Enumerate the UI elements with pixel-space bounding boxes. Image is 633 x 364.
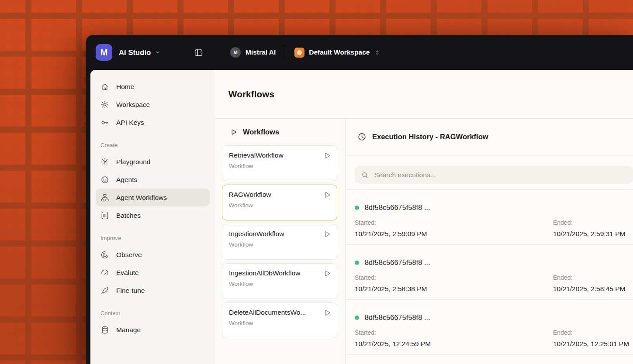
- sidebar-item-observe[interactable]: Observe: [96, 246, 210, 264]
- status-success-dot: [355, 316, 359, 320]
- gear-icon: [100, 100, 109, 109]
- sidebar-item-label: Batches: [116, 212, 141, 220]
- sidebar-item-playground[interactable]: Playground: [96, 153, 210, 171]
- execution-row[interactable]: 8df58c56675f58f8 ... Started: 10/21/2025…: [346, 299, 633, 354]
- search-icon: [361, 171, 369, 179]
- sidebar-item-workspace[interactable]: Workspace: [96, 96, 210, 113]
- topbar-divider: [285, 47, 285, 58]
- started-label: Started:: [355, 274, 553, 281]
- sidebar-item-agent-workflows[interactable]: Agent Workflows: [96, 189, 210, 206]
- started-label: Started:: [355, 329, 553, 336]
- run-workflow-button[interactable]: [323, 191, 331, 199]
- run-workflow-button[interactable]: [323, 230, 331, 238]
- ended-column: Ended: 10/21/2025, 2:59:31 PM: [553, 219, 633, 238]
- workflow-type: Workflow: [229, 241, 330, 248]
- workflow-tree-icon: [100, 193, 109, 202]
- chevrons-up-down-icon[interactable]: [374, 49, 380, 56]
- execution-times: Started: 10/21/2025, 2:58:38 PM Ended: 1…: [355, 274, 633, 293]
- sidebar-item-manage[interactable]: Manage: [96, 321, 210, 339]
- started-value: 10/21/2025, 2:58:38 PM: [355, 285, 553, 293]
- app-name: AI Studio: [119, 48, 151, 57]
- sidebar-section-context: Context: [100, 310, 205, 316]
- sidebar-item-agents[interactable]: Agents: [96, 171, 210, 189]
- sidebar-item-batches[interactable]: Batches: [96, 206, 210, 224]
- sidebar-item-label: Agent Workflows: [116, 194, 167, 202]
- sidebar-section-create: Create: [100, 142, 205, 148]
- execution-history-header: Execution History - RAGWorkflow: [346, 119, 633, 155]
- run-workflow-button[interactable]: [323, 309, 331, 317]
- execution-id: 8df58c56675f58f8 ...: [365, 314, 430, 322]
- sidebar-item-home[interactable]: Home: [96, 78, 210, 96]
- run-workflow-button[interactable]: [323, 151, 331, 160]
- execution-row[interactable]: 8df58c56675f58f8 ... Started: 10/21/2025…: [346, 244, 633, 299]
- org-avatar-letter: M: [233, 50, 237, 55]
- status-success-dot: [355, 206, 359, 210]
- workflow-card-retrievalworkflow[interactable]: RetrievalWorkflow Workflow: [222, 145, 337, 181]
- database-icon: [100, 326, 109, 334]
- ended-value: 10/21/2025, 12:25:01 PM: [553, 340, 633, 348]
- execution-times: Started: 10/21/2025, 2:59:09 PM Ended: 1…: [355, 219, 633, 238]
- workspace-avatar: [294, 48, 304, 58]
- ai-studio-logo[interactable]: M: [96, 44, 112, 61]
- workflow-name: DeleteAllDocumentsWo...: [229, 309, 330, 316]
- topbar-context: M Mistral AI Default Workspace: [230, 47, 380, 58]
- page-title: Workflows: [228, 89, 274, 100]
- workflow-name: IngestionAllDbWorkflow: [229, 269, 330, 277]
- started-value: 10/21/2025, 12:24:59 PM: [355, 340, 553, 348]
- sidebar-item-label: Evalute: [116, 269, 139, 277]
- main-content: Workflows Workflows RetrievalWorkflow Wo…: [215, 70, 633, 364]
- sidebar-item-label: Playground: [116, 158, 150, 166]
- execution-id-line: 8df58c56675f58f8 ...: [355, 203, 633, 212]
- execution-history-title: Execution History - RAGWorkflow: [372, 133, 488, 141]
- ended-value: 10/21/2025, 2:59:31 PM: [553, 230, 633, 238]
- feather-icon: [100, 286, 109, 295]
- workflow-name: IngestionWorkflow: [229, 230, 330, 238]
- search-section: [346, 155, 633, 189]
- workflow-name: RAGWorkflow: [229, 191, 331, 199]
- workflow-type: Workflow: [229, 202, 331, 209]
- window-body: Home Workspace API Keys Create Playgr: [90, 70, 633, 364]
- execution-id-line: 8df58c56675f58f8 ...: [355, 258, 633, 267]
- started-column: Started: 10/21/2025, 2:59:09 PM: [355, 219, 553, 238]
- sidebar-item-evaluate[interactable]: Evalute: [96, 264, 210, 282]
- sidebar-toggle-icon[interactable]: [194, 48, 203, 57]
- workflow-card-ingestionworkflow[interactable]: IngestionWorkflow Workflow: [222, 224, 337, 260]
- ended-column: Ended: 10/21/2025, 12:25:01 PM: [553, 329, 633, 348]
- workflow-cards: RetrievalWorkflow Workflow RAGWorkflow W…: [215, 145, 346, 338]
- ended-value: 10/21/2025, 2:58:45 PM: [553, 285, 633, 293]
- started-column: Started: 10/21/2025, 12:24:59 PM: [355, 329, 553, 348]
- workflow-type: Workflow: [229, 163, 330, 169]
- execution-id: 8df58c56675f58f8 ...: [365, 259, 430, 267]
- ended-label: Ended:: [553, 219, 633, 226]
- search-executions-bar[interactable]: [355, 166, 633, 184]
- sidebar-item-label: Observe: [116, 251, 142, 259]
- workflow-list-title: Workflows: [243, 128, 279, 136]
- home-icon: [100, 82, 109, 91]
- play-icon: [230, 128, 237, 136]
- page-header: Workflows: [215, 70, 633, 119]
- gauge-icon: [100, 268, 109, 277]
- org-avatar: M: [230, 47, 241, 58]
- workflow-card-ragworkflow[interactable]: RAGWorkflow Workflow: [222, 185, 337, 220]
- execution-id: 8df58c56675f58f8 ...: [365, 204, 430, 212]
- execution-rows: 8df58c56675f58f8 ... Started: 10/21/2025…: [346, 189, 633, 364]
- search-executions-input[interactable]: [374, 171, 627, 179]
- content-row: Workflows RetrievalWorkflow Workflow RAG…: [215, 119, 633, 364]
- sidebar-item-label: Workspace: [116, 101, 150, 109]
- run-workflow-button[interactable]: [323, 269, 331, 278]
- workflow-card-ingestionalldbworkflow[interactable]: IngestionAllDbWorkflow Workflow: [222, 263, 337, 299]
- workspace-name: Default Workspace: [309, 48, 370, 56]
- sidebar-item-api-keys[interactable]: API Keys: [96, 113, 210, 131]
- ended-label: Ended:: [553, 274, 633, 281]
- execution-id-line: 8df58c56675f58f8 ...: [355, 313, 633, 322]
- chevron-down-icon[interactable]: [155, 49, 161, 55]
- started-value: 10/21/2025, 2:59:09 PM: [355, 230, 553, 238]
- clock-icon: [357, 132, 367, 141]
- topbar: M AI Studio M Mistral AI Default Workspa…: [86, 35, 633, 70]
- execution-row[interactable]: 8df58c56675f58f8 ... Started: 10/21/2025…: [346, 189, 633, 244]
- started-label: Started:: [355, 219, 553, 226]
- started-column: Started: 10/21/2025, 2:58:38 PM: [355, 274, 553, 293]
- sidebar-item-fine-tune[interactable]: Fine-tune: [96, 282, 210, 299]
- workflow-card-deletealldocumentsworkflow[interactable]: DeleteAllDocumentsWo... Workflow: [222, 302, 337, 338]
- sidebar-section-improve: Improve: [100, 235, 205, 241]
